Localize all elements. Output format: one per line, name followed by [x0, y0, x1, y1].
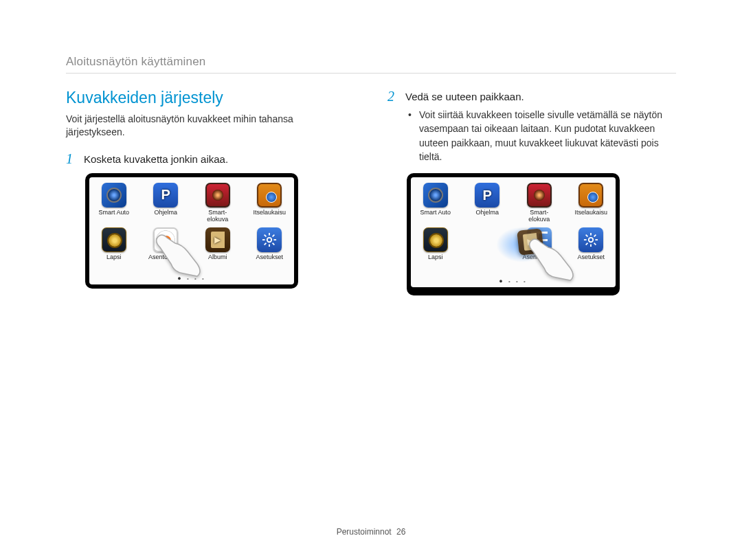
left-column: Kuvakkeiden järjestely Voit järjestellä … [66, 89, 355, 295]
step-2-bullet: • Voit siirtää kuvakkeen toiselle sivull… [408, 108, 676, 164]
settings-icon [257, 227, 282, 252]
app-label: Itselaukaisu [252, 210, 288, 223]
smart-movie-icon [527, 183, 552, 208]
bullet-dot-icon: • [408, 108, 414, 164]
program-icon [475, 183, 499, 208]
program-icon [153, 183, 178, 208]
app-label: Smart-elokuva [521, 210, 557, 223]
page-number: 26 [396, 527, 405, 537]
app-label: Asento-opas [148, 254, 184, 268]
pager-dots: ● • • • [411, 278, 616, 284]
step-1: 1 Kosketa kuvaketta jonkin aikaa. [66, 151, 355, 166]
svg-point-9 [589, 238, 593, 242]
app-label: Albumi [200, 254, 236, 268]
right-column: 2 Vedä se uuteen paikkaan. • Voit siirtä… [387, 89, 676, 295]
svg-line-15 [594, 243, 596, 245]
app-label: Smart-elokuva [200, 210, 236, 223]
svg-line-16 [586, 243, 588, 245]
smart-auto-icon [423, 183, 448, 208]
album-icon [205, 227, 230, 252]
intro-text: Voit järjestellä aloitusnäytön kuvakkeet… [66, 113, 355, 139]
app-label [470, 254, 506, 268]
pose-guide-icon [153, 227, 178, 252]
svg-line-14 [586, 235, 588, 237]
section-heading: Kuvakkeiden järjestely [66, 89, 355, 107]
device-screenshot-1: Smart Auto Ohjelma Smart-elokuva Itselau… [85, 173, 298, 289]
self-timer-icon [257, 183, 282, 208]
svg-line-17 [594, 235, 596, 237]
self-timer-icon [578, 183, 603, 208]
step-number: 1 [66, 151, 77, 166]
kids-icon [423, 227, 448, 252]
pager-dots: ● • • • [89, 275, 294, 282]
settings-icon [578, 227, 603, 252]
app-label: Asento-op... [521, 254, 557, 268]
footer-section: Perustoiminnot [337, 527, 392, 537]
breadcrumb: Aloitusnäytön käyttäminen [66, 55, 676, 74]
app-label: Lapsi [418, 254, 453, 268]
app-label: Lapsi [96, 254, 132, 268]
svg-line-5 [265, 234, 267, 236]
svg-line-7 [265, 243, 267, 245]
svg-point-0 [267, 238, 271, 242]
step-text: Kosketa kuvaketta jonkin aikaa. [84, 151, 228, 166]
app-label: Smart Auto [96, 210, 132, 223]
app-label: Asetukset [574, 254, 609, 268]
device-screenshot-2: Smart Auto Ohjelma Smart-elokuva Itselau… [407, 173, 620, 295]
smart-auto-icon [102, 183, 126, 208]
app-label: Itselaukaisu [574, 210, 609, 223]
bullet-text: Voit siirtää kuvakkeen toiselle sivulle … [419, 108, 676, 164]
step-text: Vedä se uuteen paikkaan. [405, 89, 524, 104]
svg-line-6 [273, 243, 275, 245]
dragged-album-icon [517, 228, 544, 256]
app-label: Ohjelma [470, 210, 506, 223]
app-label: Smart Auto [418, 210, 453, 223]
page-footer: Perustoiminnot 26 [0, 527, 742, 537]
empty-slot [475, 227, 499, 252]
step-number: 2 [387, 89, 398, 104]
smart-movie-icon [205, 183, 230, 208]
svg-line-8 [273, 234, 275, 236]
app-label: Ohjelma [148, 210, 184, 223]
kids-icon [102, 227, 126, 252]
app-label: Asetukset [252, 254, 288, 268]
step-2: 2 Vedä se uuteen paikkaan. [387, 89, 676, 104]
